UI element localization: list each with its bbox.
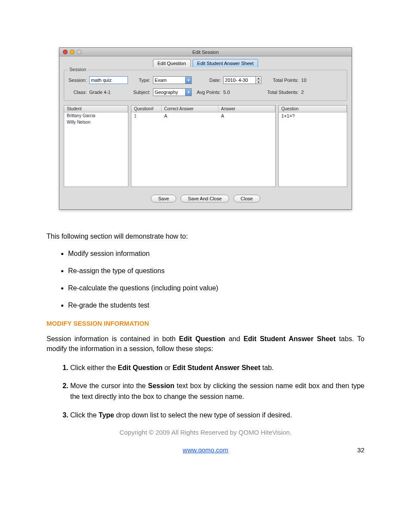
date-input[interactable] — [223, 76, 256, 84]
page-number: 32 — [357, 446, 364, 454]
lists-area: Student Brittany Garcia Willy Nelson Que… — [64, 105, 347, 187]
edit-session-window: Edit Session Edit Question Edit Student … — [59, 47, 352, 210]
class-value: Grade 4-1 — [89, 90, 131, 95]
tab-edit-student-answer-sheet[interactable]: Edit Student Answer Sheet — [193, 59, 258, 67]
window-titlebar[interactable]: Edit Session — [59, 48, 352, 56]
table-row[interactable]: 1 A A — [131, 112, 275, 119]
button-row: Save Save And Close Close — [59, 187, 352, 209]
minimize-window-button[interactable] — [70, 50, 75, 54]
step-item: Click the Type drop down list to select … — [70, 410, 364, 421]
col-question: Question — [279, 106, 347, 112]
save-and-close-button[interactable]: Save And Close — [181, 195, 229, 202]
totalstudents-value: 2 — [301, 90, 342, 95]
bullet-item: Re-calculate the questions (including po… — [68, 284, 364, 292]
question-preview: Question 1+1=? — [278, 105, 347, 187]
subject-label: Subject: — [133, 90, 150, 95]
date-stepper[interactable]: ▲▼ — [256, 76, 262, 84]
avgpoints-label: Avg Points: — [197, 90, 221, 95]
step-item: Click either the Edit Question or Edit S… — [70, 363, 364, 373]
section-heading: MODIFY SESSION INFORMATION — [47, 320, 364, 327]
close-button[interactable]: Close — [234, 195, 260, 202]
answer-table[interactable]: Question# Correct Answer Answer 1 A A — [131, 105, 276, 187]
bullet-item: Modify session information — [68, 250, 364, 258]
chevron-down-icon[interactable]: ▼ — [185, 77, 191, 84]
col-answer: Answer — [218, 106, 275, 112]
student-list[interactable]: Student Brittany Garcia Willy Nelson — [64, 105, 128, 187]
session-group-legend: Session — [68, 67, 88, 72]
intro-text: This following section will demonstrate … — [47, 231, 364, 241]
totalpoints-label: Total Points: — [267, 78, 299, 83]
col-correct-answer: Correct Answer — [162, 106, 218, 112]
student-header: Student — [64, 106, 128, 112]
list-item[interactable]: Willy Nelson — [64, 119, 128, 125]
avgpoints-value: 5.0 — [223, 90, 265, 95]
tab-edit-question[interactable]: Edit Question — [153, 59, 191, 67]
chevron-down-icon[interactable]: ▼ — [185, 89, 191, 96]
totalstudents-label: Total Students: — [267, 90, 299, 95]
totalpoints-value: 10 — [301, 78, 342, 83]
class-label: Class: — [68, 90, 87, 95]
session-group: Session Session: Type: ▼ Date: — [64, 70, 347, 101]
bullet-item: Re-grade the students test — [68, 302, 364, 309]
col-questionnum: Question# — [131, 106, 162, 112]
save-button[interactable]: Save — [151, 195, 176, 202]
date-label: Date: — [197, 78, 221, 83]
zoom-window-button[interactable] — [77, 50, 81, 54]
list-item[interactable]: Brittany Garcia — [64, 112, 128, 119]
question-text: 1+1=? — [279, 112, 347, 119]
tabs: Edit Question Edit Student Answer Sheet — [59, 56, 352, 67]
window-title: Edit Session — [59, 50, 352, 55]
session-label: Session: — [68, 78, 87, 83]
bullet-item: Re-assign the type of questions — [68, 267, 364, 275]
type-label: Type: — [133, 78, 150, 83]
copyright-footer: Copyright © 2009 All Rights Reserved by … — [47, 429, 364, 436]
step-item: Move the cursor into the Session text bo… — [70, 381, 364, 402]
session-input[interactable] — [89, 76, 128, 84]
close-window-button[interactable] — [63, 50, 68, 54]
section-paragraph: Session information is contained in both… — [47, 334, 364, 354]
website-link[interactable]: www.qomo.com — [183, 446, 228, 454]
